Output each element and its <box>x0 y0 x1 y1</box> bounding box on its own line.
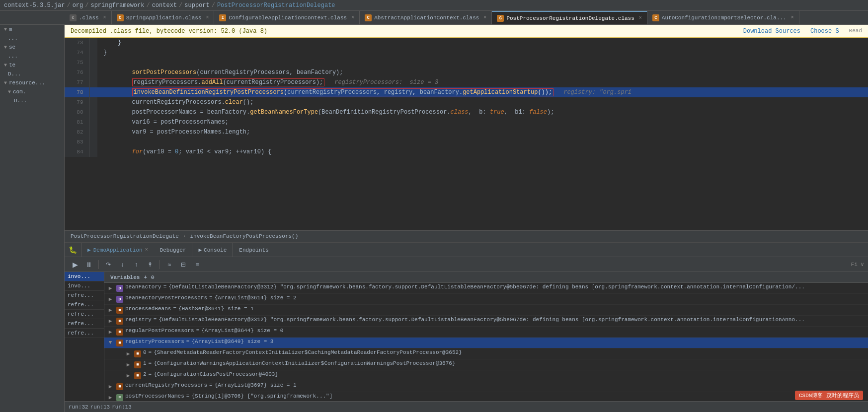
read-only-label: Read <box>849 28 862 35</box>
expand-icon[interactable]: ▶ <box>104 382 116 390</box>
var-value: {DefaultListableBeanFactory@3312} "org.s… <box>158 317 804 323</box>
toolbar-frames[interactable]: ⊟ <box>177 259 190 270</box>
expand-icon[interactable]: ▶ <box>104 306 116 313</box>
tab-autoconfiguration[interactable]: C AutoConfigurationImportSelector.cla...… <box>647 11 799 24</box>
close-icon[interactable]: × <box>351 15 354 20</box>
toolbar-evaluate[interactable]: ≈ <box>163 259 176 270</box>
type-icon: p <box>116 296 123 303</box>
line-code: } <box>97 48 868 58</box>
run-line-1: run:32 <box>69 404 88 410</box>
expand-icon[interactable]: ▶ <box>104 393 116 401</box>
sidebar-item-se[interactable]: ▼ se <box>0 43 64 52</box>
frame-item-refre3[interactable]: refre... <box>65 310 104 319</box>
tab-configurable[interactable]: I ConfigurableApplicationContext.class × <box>214 11 360 24</box>
sidebar-item-te[interactable]: ▼ te <box>0 61 64 69</box>
var-row-registryprocessors: ▼ ■ registryProcessors = {ArrayList@3649… <box>104 338 868 348</box>
filter-icon[interactable]: ⊖ <box>151 274 155 280</box>
expand-icon: ▼ <box>4 45 7 50</box>
expand-icon[interactable]: ▶ <box>122 349 134 357</box>
method-class[interactable]: PostProcessorRegistrationDelegate <box>71 233 179 239</box>
tab-abstract[interactable]: C AbstractApplicationContext.class × <box>360 11 492 24</box>
toolbar-variables[interactable]: ≡ <box>191 259 204 270</box>
sidebar-item-u[interactable]: U... <box>0 96 64 105</box>
expand-icon[interactable]: ▶ <box>122 371 134 379</box>
expand-icon[interactable]: ▼ <box>104 339 116 345</box>
close-icon[interactable]: × <box>145 247 148 253</box>
close-icon[interactable]: × <box>639 15 642 21</box>
sidebar-item-m[interactable]: ▼ m <box>0 25 64 34</box>
breadcrumb-item[interactable]: support <box>184 2 209 9</box>
expand-icon[interactable]: ▶ <box>104 317 116 324</box>
tab-debugger[interactable]: Debugger <box>154 243 193 257</box>
frame-item-refre2[interactable]: refre... <box>65 300 104 310</box>
type-icon: ≡ <box>116 394 123 401</box>
tab-label: ConfigurableApplicationContext.class <box>229 15 347 21</box>
code-area[interactable]: 73 } 74 } 75 76 <box>65 38 868 230</box>
tab-label: Endpoints <box>239 247 268 253</box>
var-name: processedBeans <box>125 306 171 312</box>
frame-item-invoke2[interactable]: invo... <box>65 281 104 291</box>
close-icon[interactable]: × <box>103 15 106 20</box>
sidebar-item-sub2[interactable]: ... <box>0 52 64 61</box>
toolbar-step-out[interactable]: ↑ <box>130 259 143 270</box>
var-value: {ConfigurationClassPostProcessor@4003} <box>154 371 278 377</box>
sidebar-item-resources[interactable]: ▼ resource... <box>0 78 64 87</box>
close-icon[interactable]: × <box>791 15 794 20</box>
info-bar: Decompiled .class file, bytecode version… <box>65 25 868 38</box>
type-icon: ■ <box>116 383 123 390</box>
breadcrumb-item[interactable]: springframework <box>90 2 144 9</box>
sidebar-item-d[interactable]: D... <box>0 69 64 78</box>
line-code <box>97 58 868 68</box>
close-icon[interactable]: × <box>483 15 486 20</box>
download-sources-link[interactable]: Download Sources <box>743 28 800 35</box>
sidebar-folder-label: resource... <box>9 80 45 86</box>
run-line-3: run:13 <box>112 404 132 410</box>
var-name: 1 <box>143 360 147 366</box>
breadcrumb-item[interactable]: context-5.3.5.jar <box>4 2 65 9</box>
tab-console[interactable]: ▶ Console <box>192 243 233 257</box>
var-value: {ConfigurationWarningsApplicationContext… <box>154 360 455 366</box>
frame-item-refre5[interactable]: refre... <box>65 329 104 338</box>
expand-icon[interactable]: ▶ <box>104 295 116 302</box>
add-var-icon[interactable]: + <box>144 275 147 280</box>
tab-icon: C <box>365 14 372 21</box>
expand-icon[interactable]: ▶ <box>104 284 116 291</box>
code-line-83: 83 <box>65 137 868 147</box>
line-gutter <box>89 58 97 68</box>
toolbar-run-to-cursor[interactable]: ↟ <box>144 259 157 270</box>
expand-icon[interactable]: ▶ <box>104 328 116 335</box>
sidebar-folder-label: m <box>9 26 12 32</box>
debug-app-label[interactable]: ▶ DemoApplication × <box>81 243 154 257</box>
console-icon: ▶ <box>198 247 202 253</box>
close-icon[interactable]: × <box>206 15 209 20</box>
method-name[interactable]: invokeBeanFactoryPostProcessors() <box>190 233 298 239</box>
frame-item-refre1[interactable]: refre... <box>65 291 104 300</box>
right-debug-panel: Variables + ⊖ ▶ p beanFactory = {Default… <box>104 272 868 401</box>
sidebar-item-sub[interactable]: ... <box>0 34 64 43</box>
toolbar-step-into[interactable]: ↓ <box>116 259 129 270</box>
expand-icon[interactable]: ▶ <box>122 360 134 368</box>
sidebar-item-com[interactable]: ▼ com. <box>0 87 64 96</box>
debug-app-icon: ▶ <box>87 247 91 253</box>
line-code: registryProcessors.addAll(currentRegistr… <box>97 77 868 87</box>
choose-link[interactable]: Choose S <box>810 28 839 35</box>
toolbar-step-over[interactable]: ↷ <box>102 259 115 270</box>
breadcrumb-item[interactable]: PostProcessorRegistrationDelegate <box>217 2 335 9</box>
line-code: var9 = postProcessorNames.length; <box>97 127 868 137</box>
toolbar-resume[interactable]: ▶ <box>69 259 81 270</box>
tab-spring[interactable]: C SpringApplication.class × <box>112 11 215 24</box>
breadcrumb-item[interactable]: org <box>73 2 83 9</box>
tab-label: AbstractApplicationContext.class <box>374 15 479 21</box>
frame-item-refre4[interactable]: refre... <box>65 319 104 329</box>
toolbar-pause[interactable]: ⏸ <box>82 259 95 270</box>
tab-endpoints[interactable]: Endpoints <box>233 243 275 257</box>
line-code: invokeBeanDefinitionRegistryPostProcesso… <box>97 87 868 97</box>
type-icon: ■ <box>134 350 141 357</box>
var-name: 0 <box>143 349 147 355</box>
var-name: beanFactory <box>125 284 161 290</box>
frame-item-invoke[interactable]: invo... <box>65 272 104 281</box>
breadcrumb-item[interactable]: context <box>152 2 177 9</box>
tab-label: AutoConfigurationImportSelector.cla... <box>662 15 787 21</box>
tab-postprocessor[interactable]: C PostProcessorRegistrationDelegate.clas… <box>492 11 647 24</box>
tab-class1[interactable]: c .class × <box>65 11 112 24</box>
